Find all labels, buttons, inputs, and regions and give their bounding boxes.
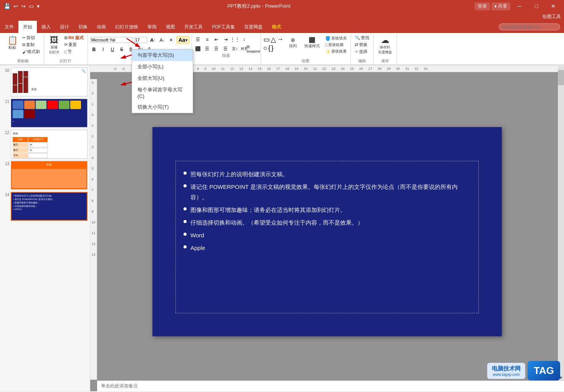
login-btn[interactable]: 登录 [475, 2, 490, 10]
scrollbar-thumb[interactable] [558, 70, 564, 85]
paragraph-label: 段落 [194, 53, 258, 59]
shape-brace-btn[interactable]: { [268, 44, 271, 52]
italic-btn[interactable]: I [99, 46, 107, 53]
copy-btn[interactable]: ⧉ 复制 [21, 41, 41, 48]
tab-review[interactable]: 审阅 [143, 21, 161, 33]
quick-styles-btn[interactable]: ⬛ 快速样式 [302, 35, 322, 58]
customize-quick-btn[interactable]: ▾ [36, 2, 40, 10]
cut-btn[interactable]: ✂ 剪切 [21, 35, 41, 41]
shape-circle-btn[interactable]: ○ [263, 44, 268, 52]
redo-quick-btn[interactable]: ↪ [20, 2, 26, 10]
slide-thumb-14[interactable]: 14 • 照每张幻灯片上的说明创建演示文稿。 • 请记住 POWERPOINT … [2, 191, 88, 222]
shape-tri-btn[interactable]: △ [271, 35, 276, 44]
select-btn[interactable]: ⊹ 选择 [353, 48, 371, 55]
align-right-btn[interactable]: ☰ [213, 45, 220, 52]
tab-baidu[interactable]: 百度网盘 [240, 21, 267, 33]
slide-thumb-10[interactable]: 10 🔍 [2, 67, 88, 97]
maximize-btn[interactable]: □ [529, 2, 544, 10]
save-to-baidu-btn[interactable]: ☁ 保存到百度网盘 [376, 35, 394, 56]
slide-img-13[interactable]: 标题 [11, 161, 88, 190]
slide-img-11[interactable]: * [11, 99, 88, 127]
change-case-btn[interactable]: Aa ▾ [177, 36, 189, 44]
format-painter-btn[interactable]: 🖌 格式刷 [21, 48, 41, 55]
numbering-btn[interactable]: ≡ [203, 36, 211, 43]
tab-developer[interactable]: 开发工具 [180, 21, 207, 33]
drawing-tools-label: 绘图工具 [542, 13, 561, 20]
new-slide-btn[interactable]: 🖼 新建幻灯片 [46, 35, 62, 56]
view-quick-btn[interactable]: ▭ [28, 2, 35, 10]
tab-insert[interactable]: 插入 [37, 21, 55, 33]
share-btn[interactable]: ♦ 共享 [491, 2, 510, 10]
tab-format[interactable]: 格式 [267, 21, 286, 33]
find-btn[interactable]: 🔍 查找 [353, 35, 371, 41]
slide-thumb-11[interactable]: 11 * [2, 98, 88, 128]
minimize-btn[interactable]: ─ [512, 2, 527, 10]
paste-btn[interactable]: 📋 粘贴 [5, 35, 20, 52]
font-family-input[interactable] [90, 37, 132, 43]
shrink-font-btn[interactable]: A↓ [158, 36, 166, 43]
shape-bracket-btn[interactable]: } [271, 44, 274, 52]
clipboard-group: 📋 粘贴 ✂ 剪切 ⧉ 复制 🖌 格式刷 剪贴板 [2, 35, 44, 65]
replace-btn[interactable]: ⇄ 替换 [353, 41, 371, 48]
increase-indent-btn[interactable]: ⇥ [222, 36, 230, 43]
reset-btn[interactable]: ⟳ 重置 [63, 41, 85, 48]
justify-btn[interactable]: ☰ [222, 45, 230, 52]
shape-fill-btn[interactable]: 🪣 形状填充 [324, 35, 348, 41]
notes-area[interactable]: 单击此处添加备注 [97, 380, 564, 391]
effect-icon: ✨ [325, 49, 331, 54]
decrease-indent-btn[interactable]: ⇤ [213, 36, 220, 43]
case-sentence[interactable]: 句首字母大写(S) [132, 50, 193, 61]
vertical-scrollbar[interactable]: ▼ [558, 66, 564, 380]
column-btn[interactable]: ⋮⋮ [231, 36, 239, 43]
shape-arrow-btn[interactable]: → [277, 35, 284, 44]
underline-btn[interactable]: U [109, 46, 116, 53]
shape-rect-btn[interactable]: ▭ [263, 35, 270, 44]
case-uppercase[interactable]: 全部大写(U) [132, 73, 193, 84]
case-titlecase[interactable]: 每个单词首字母大写(C) [132, 84, 193, 101]
clear-format-btn[interactable]: ✕ [167, 36, 175, 43]
tab-design[interactable]: 设计 [55, 21, 74, 33]
search-input[interactable] [499, 23, 560, 30]
font-row-1: A↑ A↓ ✕ Aa ▾ [90, 35, 189, 45]
smartart-btn[interactable]: 转SmartArt [250, 45, 257, 52]
slide-canvas[interactable]: 照每张幻灯片上的说明创建演示文稿。 请记住 POWERPOINT 是演示文稿的视… [152, 127, 502, 336]
arrange-btn[interactable]: ⊕ 排列 [285, 35, 301, 58]
tab-file[interactable]: 文件 [0, 21, 18, 33]
tab-home[interactable]: 开始 [18, 21, 37, 33]
tab-slideshow[interactable]: 幻灯片放映 [111, 21, 143, 33]
shape-effect-btn[interactable]: ✨ 形状效果 [324, 48, 348, 55]
bullet-item-4: 仔细选择切换和动画。（希望受众如何专注于内容，而不是效果。） [184, 217, 471, 228]
undo-quick-btn[interactable]: ↩ [13, 2, 19, 10]
slide-img-12[interactable]: 表格 标题 子标题文字 数字 45 数字 12 平均 [11, 130, 88, 159]
slide-thumb-13[interactable]: 13 标题 [2, 160, 88, 190]
tab-pdf[interactable]: PDF工具集 [207, 21, 240, 33]
notes-placeholder: 单击此处添加备注 [101, 383, 138, 389]
case-dropdown: 句首字母大写(S) 全部小写(L) 全部大写(U) 每个单词首字母大写(C) 切… [132, 49, 193, 113]
bullet-dot [184, 245, 187, 248]
tab-transitions[interactable]: 切换 [74, 21, 92, 33]
align-left-btn[interactable]: ⬛ [194, 45, 202, 52]
slide-img-14[interactable]: • 照每张幻灯片上的说明创建演示文稿。 • 请记住 POWERPOINT 是演示… [11, 192, 88, 221]
bullets-btn[interactable]: ☰ [194, 36, 202, 43]
case-lowercase[interactable]: 全部小写(L) [132, 61, 193, 73]
grow-font-btn[interactable]: A↑ [149, 36, 157, 43]
strikethrough-btn[interactable]: S [118, 46, 126, 53]
slide-thumb-12[interactable]: 12 表格 标题 子标题文字 数字 45 数字 12 [2, 129, 88, 159]
slide-textbox[interactable]: 照每张幻灯片上的说明创建演示文稿。 请记住 POWERPOINT 是演示文稿的视… [175, 161, 479, 313]
layout-btn[interactable]: ⊞ Rit 版式 [63, 35, 85, 41]
tab-view[interactable]: 视图 [161, 21, 180, 33]
case-toggle[interactable]: 切换大小写(T) [132, 101, 193, 113]
align-center-btn[interactable]: ☰ [203, 45, 211, 52]
line-spacing-btn[interactable]: ↕ [240, 36, 248, 43]
shape-outline-btn[interactable]: □ 形状轮廓 [324, 42, 348, 48]
save-quick-btn[interactable]: 💾 [3, 2, 11, 10]
text-dir-btn[interactable]: 文↕ [231, 45, 239, 52]
section-btn[interactable]: □ 节 [63, 48, 85, 55]
close-btn[interactable]: ✕ [546, 2, 561, 10]
font-size-input[interactable] [134, 37, 147, 43]
search-icon: 🔍 [355, 35, 360, 40]
tab-animations[interactable]: 动画 [92, 21, 111, 33]
slide-img-10[interactable]: 🔍 图表 [11, 68, 88, 96]
bold-btn[interactable]: B [90, 46, 98, 53]
bullet-item-3: 图像和图形可增加趣味；请务必在适当时将其添加到幻灯片。 [184, 205, 471, 215]
